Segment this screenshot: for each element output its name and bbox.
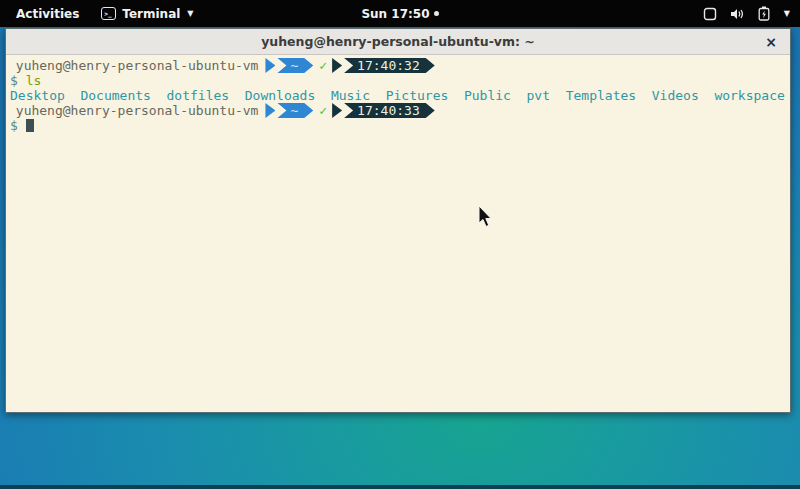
text-cursor bbox=[26, 119, 34, 132]
powerline-arrow-icon bbox=[265, 103, 275, 118]
powerline-arrow-icon bbox=[265, 58, 275, 73]
display-icon bbox=[703, 7, 717, 21]
window-titlebar[interactable]: yuheng@henry-personal-ubuntu-vm: ~ × bbox=[6, 29, 790, 55]
prompt-line-1: yuheng@henry-personal-ubuntu-vm ~ ✓ 17:4… bbox=[8, 58, 790, 73]
prompt-path-segment: ~ bbox=[277, 58, 313, 73]
command-line: $ ls bbox=[8, 73, 790, 88]
activities-button[interactable]: Activities bbox=[12, 5, 83, 23]
prompt-line-2: yuheng@henry-personal-ubuntu-vm ~ ✓ 17:4… bbox=[8, 103, 790, 118]
directory-entry: Public bbox=[464, 88, 511, 103]
prompt-user-host: yuheng@henry-personal-ubuntu-vm bbox=[8, 103, 258, 118]
prompt-user-host: yuheng@henry-personal-ubuntu-vm bbox=[8, 58, 258, 73]
app-menu-label: Terminal bbox=[122, 7, 180, 21]
chevron-down-icon: ▼ bbox=[187, 9, 193, 18]
status-check-icon: ✓ bbox=[319, 103, 327, 118]
notification-dot-icon bbox=[434, 11, 439, 16]
powerline-arrow-icon bbox=[332, 58, 342, 73]
volume-icon bbox=[730, 7, 745, 21]
input-line[interactable]: $ bbox=[8, 118, 790, 133]
directory-entry: Pictures bbox=[386, 88, 449, 103]
window-title: yuheng@henry-personal-ubuntu-vm: ~ bbox=[261, 34, 535, 49]
terminal-app-icon: >_ bbox=[101, 7, 116, 20]
directory-entry: dotfiles bbox=[167, 88, 230, 103]
directory-entry: workspace bbox=[714, 88, 784, 103]
clock-label[interactable]: Sun 17:50 bbox=[361, 7, 429, 21]
app-menu-button[interactable]: >_ Terminal ▼ bbox=[101, 7, 193, 21]
powerline-arrow-icon bbox=[332, 103, 342, 118]
ls-output-line: Desktop Documents dotfiles Downloads Mus… bbox=[8, 88, 790, 103]
prompt-path-segment: ~ bbox=[277, 103, 313, 118]
prompt-time-segment: 17:40:32 bbox=[344, 58, 435, 73]
status-check-icon: ✓ bbox=[319, 58, 327, 73]
directory-entry: pvt bbox=[527, 88, 550, 103]
command-text: ls bbox=[26, 73, 42, 88]
directory-entry: Downloads bbox=[245, 88, 315, 103]
chevron-down-icon: ▼ bbox=[784, 9, 790, 18]
system-status-area[interactable]: ▼ bbox=[703, 0, 790, 27]
mouse-cursor-icon bbox=[478, 206, 494, 228]
directory-entry: Documents bbox=[80, 88, 150, 103]
top-bar: Activities >_ Terminal ▼ Sun 17:50 ▼ bbox=[0, 0, 800, 27]
directory-entry: Music bbox=[331, 88, 370, 103]
prompt-symbol: $ bbox=[8, 118, 18, 133]
directory-entry: Desktop bbox=[8, 88, 65, 103]
battery-charging-icon bbox=[758, 6, 770, 21]
prompt-time-segment: 17:40:33 bbox=[344, 103, 435, 118]
directory-entry: Videos bbox=[652, 88, 699, 103]
prompt-symbol: $ bbox=[8, 73, 18, 88]
terminal-window: yuheng@henry-personal-ubuntu-vm: ~ × yuh… bbox=[5, 28, 791, 413]
wallpaper-bottom-edge bbox=[0, 485, 800, 489]
directory-entry: Templates bbox=[566, 88, 636, 103]
terminal-content[interactable]: yuheng@henry-personal-ubuntu-vm ~ ✓ 17:4… bbox=[6, 55, 790, 412]
screen: Activities >_ Terminal ▼ Sun 17:50 ▼ bbox=[0, 0, 800, 489]
close-icon[interactable]: × bbox=[765, 35, 777, 49]
